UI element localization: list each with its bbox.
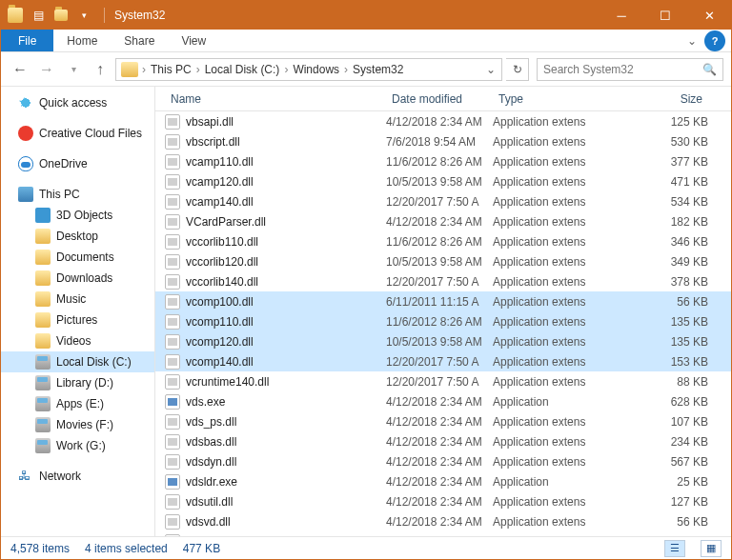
file-tab[interactable]: File bbox=[1, 30, 53, 51]
file-row[interactable]: vds_ps.dll4/12/2018 2:34 AMApplication e… bbox=[155, 411, 731, 431]
drive-icon bbox=[35, 354, 51, 370]
file-row[interactable]: vcomp120.dll10/5/2013 9:58 AMApplication… bbox=[155, 331, 731, 351]
up-button[interactable]: ↑ bbox=[89, 58, 112, 81]
drive-icon bbox=[35, 396, 51, 411]
breadcrumb[interactable]: This PC bbox=[147, 63, 195, 76]
qa-new-folder-icon[interactable] bbox=[51, 5, 71, 26]
sidebar-item-music[interactable]: Music bbox=[1, 289, 154, 310]
column-date[interactable]: Date modified bbox=[386, 92, 493, 106]
close-button[interactable]: ✕ bbox=[687, 1, 731, 30]
file-type: Application extens bbox=[493, 415, 603, 429]
file-row[interactable]: vcomp140.dll12/20/2017 7:50 AApplication… bbox=[155, 351, 731, 371]
sidebar-item-movies-f-[interactable]: Movies (F:) bbox=[1, 414, 154, 435]
file-size: 135 KB bbox=[603, 335, 731, 349]
sidebar-item-apps-e-[interactable]: Apps (E:) bbox=[1, 393, 154, 414]
recent-locations-icon[interactable]: ▾ bbox=[62, 58, 85, 81]
address-dropdown-icon[interactable]: ⌄ bbox=[482, 63, 499, 76]
file-date: 4/12/2018 2:34 AM bbox=[386, 455, 493, 469]
file-row[interactable]: vcomp110.dll11/6/2012 8:26 AMApplication… bbox=[155, 311, 731, 331]
sidebar-item-onedrive[interactable]: OneDrive bbox=[1, 153, 154, 174]
sidebar-item-downloads[interactable]: Downloads bbox=[1, 268, 154, 289]
breadcrumb[interactable]: Local Disk (C:) bbox=[201, 63, 284, 76]
file-icon bbox=[165, 374, 180, 390]
file-date: 12/20/2017 7:50 A bbox=[386, 275, 493, 289]
folder-icon bbox=[35, 270, 51, 286]
qa-customize-icon[interactable]: ▾ bbox=[73, 5, 94, 26]
back-button[interactable]: ← bbox=[9, 58, 31, 81]
file-list[interactable]: vbsapi.dll4/12/2018 2:34 AMApplication e… bbox=[155, 111, 731, 536]
file-icon bbox=[165, 474, 180, 490]
sidebar-item-this-pc[interactable]: This PC bbox=[1, 184, 154, 205]
sidebar-item-3d-objects[interactable]: 3D Objects bbox=[1, 205, 154, 226]
sidebar-item-library-d-[interactable]: Library (D:) bbox=[1, 372, 154, 393]
sidebar-item-documents[interactable]: Documents bbox=[1, 247, 154, 268]
file-size: 530 KB bbox=[603, 135, 731, 149]
file-row[interactable]: vdsutil.dll4/12/2018 2:34 AMApplication … bbox=[155, 491, 731, 511]
file-type: Application extens bbox=[493, 235, 603, 249]
file-row[interactable]: vccorlib120.dll10/5/2013 9:58 AMApplicat… bbox=[155, 251, 731, 271]
tab-view[interactable]: View bbox=[168, 30, 219, 51]
file-row[interactable]: vdsbas.dll4/12/2018 2:34 AMApplication e… bbox=[155, 431, 731, 451]
sidebar-item-local-disk-c-[interactable]: Local Disk (C:) bbox=[1, 351, 154, 372]
help-button[interactable]: ? bbox=[704, 30, 725, 51]
sidebar-item-pictures[interactable]: Pictures bbox=[1, 310, 154, 330]
file-name: VCardParser.dll bbox=[186, 215, 386, 229]
file-name: vcruntime140.dll bbox=[186, 375, 386, 389]
file-row[interactable]: vcamp140.dll12/20/2017 7:50 AApplication… bbox=[155, 191, 731, 211]
file-row[interactable]: vbscript.dll7/6/2018 9:54 AMApplication … bbox=[155, 131, 731, 151]
file-row[interactable]: vcomp100.dll6/11/2011 11:15 AApplication… bbox=[155, 291, 731, 311]
folder-icon bbox=[5, 5, 26, 26]
file-row[interactable]: vccorlib110.dll11/6/2012 8:26 AMApplicat… bbox=[155, 231, 731, 251]
refresh-button[interactable]: ↻ bbox=[506, 58, 529, 81]
file-name: vdsdyn.dll bbox=[186, 455, 386, 469]
column-type[interactable]: Type bbox=[493, 92, 603, 106]
file-icon bbox=[165, 414, 180, 430]
file-row[interactable]: vcamp120.dll10/5/2013 9:58 AMApplication… bbox=[155, 171, 731, 191]
tab-share[interactable]: Share bbox=[111, 30, 168, 51]
maximize-button[interactable]: ☐ bbox=[643, 1, 687, 30]
column-size[interactable]: Size bbox=[603, 92, 731, 106]
file-date: 10/5/2013 9:58 AM bbox=[386, 335, 493, 349]
breadcrumb[interactable]: Windows bbox=[289, 63, 343, 76]
file-icon bbox=[165, 274, 180, 290]
file-type: Application extens bbox=[493, 275, 603, 289]
file-name: vdsutil.dll bbox=[186, 495, 386, 509]
file-row[interactable]: vds.exe4/12/2018 2:34 AMApplication628 K… bbox=[155, 391, 731, 411]
cloud-icon bbox=[18, 156, 33, 171]
file-row[interactable]: vbsapi.dll4/12/2018 2:34 AMApplication e… bbox=[155, 111, 731, 131]
file-row[interactable]: VCardParser.dll4/12/2018 2:34 AMApplicat… bbox=[155, 211, 731, 231]
forward-button[interactable]: → bbox=[35, 58, 58, 81]
file-row[interactable]: vccorlib140.dll12/20/2017 7:50 AApplicat… bbox=[155, 271, 731, 291]
sidebar-item-quick-access[interactable]: Quick access bbox=[1, 92, 154, 113]
file-row[interactable]: vdsvd.dll4/12/2018 2:34 AMApplication ex… bbox=[155, 511, 731, 531]
ribbon-expand-icon[interactable]: ⌄ bbox=[680, 30, 704, 51]
minimize-button[interactable]: ─ bbox=[600, 1, 643, 30]
file-size: 182 KB bbox=[603, 215, 731, 229]
column-name[interactable]: Name bbox=[165, 92, 386, 106]
file-name: vdsldr.exe bbox=[186, 475, 386, 489]
file-size: 534 KB bbox=[603, 195, 731, 209]
window-title: System32 bbox=[111, 9, 165, 22]
file-icon bbox=[165, 234, 180, 250]
file-row[interactable]: vdsdyn.dll4/12/2018 2:34 AMApplication e… bbox=[155, 451, 731, 471]
sidebar-item-network[interactable]: Network bbox=[1, 466, 154, 487]
search-input[interactable]: Search System32 🔍 bbox=[537, 58, 723, 81]
breadcrumb[interactable]: System32 bbox=[349, 63, 407, 76]
file-date: 4/12/2018 2:34 AM bbox=[386, 115, 493, 129]
file-size: 125 KB bbox=[603, 115, 731, 129]
thumbnails-view-button[interactable]: ▦ bbox=[701, 540, 722, 557]
file-row[interactable]: vcamp110.dll11/6/2012 8:26 AMApplication… bbox=[155, 151, 731, 171]
file-row[interactable]: vdsldr.exe4/12/2018 2:34 AMApplication25… bbox=[155, 471, 731, 491]
navigation-pane[interactable]: Quick access Creative Cloud Files OneDri… bbox=[1, 87, 155, 536]
file-row[interactable]: vcruntime140.dll12/20/2017 7:50 AApplica… bbox=[155, 371, 731, 391]
sidebar-item-creative-cloud[interactable]: Creative Cloud Files bbox=[1, 123, 154, 144]
address-bar[interactable]: › This PC › Local Disk (C:) › Windows › … bbox=[115, 58, 502, 81]
sidebar-item-videos[interactable]: Videos bbox=[1, 330, 154, 351]
file-icon bbox=[165, 354, 180, 370]
sidebar-item-work-g-[interactable]: Work (G:) bbox=[1, 435, 154, 456]
qa-properties-icon[interactable]: ▤ bbox=[28, 5, 49, 26]
file-icon bbox=[165, 334, 180, 350]
sidebar-item-desktop[interactable]: Desktop bbox=[1, 226, 154, 247]
details-view-button[interactable]: ☰ bbox=[664, 540, 685, 557]
tab-home[interactable]: Home bbox=[53, 30, 111, 51]
